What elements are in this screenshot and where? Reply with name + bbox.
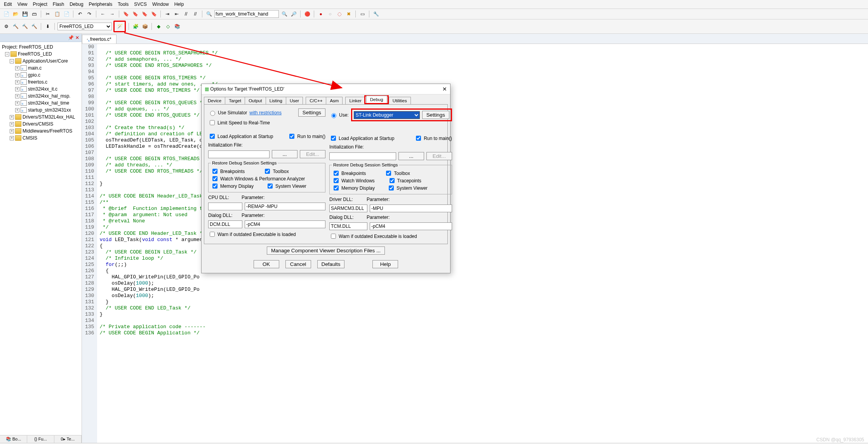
translate-icon[interactable]: ⚙ — [2, 23, 10, 30]
manage-rte-icon[interactable]: 🧩 — [132, 23, 139, 30]
sim-init-edit-button[interactable]: Edit... — [300, 150, 325, 158]
project-tree[interactable]: Project: FreeRTOS_LED −FreeRTOS_LED −App… — [0, 42, 82, 435]
sim-init-browse-button[interactable]: ... — [272, 150, 297, 158]
menu-view[interactable]: View — [17, 2, 28, 7]
tab-user[interactable]: User — [286, 97, 303, 104]
window-layout-icon[interactable]: ▭ — [358, 10, 366, 18]
sim-init-input[interactable] — [208, 150, 270, 158]
help-button[interactable]: Help — [372, 260, 398, 268]
menu-flash[interactable]: Flash — [53, 2, 64, 7]
tree-folder[interactable]: +Drivers/STM32L4xx_HAL — [1, 114, 81, 121]
use-simulator-radio[interactable]: Use Simulator — [208, 110, 247, 116]
save-icon[interactable]: 💾 — [21, 10, 29, 18]
sim-sv-check[interactable]: System Viewer — [266, 182, 306, 190]
indent-icon[interactable]: ⇥ — [164, 10, 171, 18]
tree-folder[interactable]: +Drivers/CMSIS — [1, 121, 81, 128]
pack-installer-icon[interactable]: ◆ — [155, 23, 162, 30]
nav-back-icon[interactable]: ← — [99, 10, 107, 18]
uncomment-icon[interactable]: // — [191, 10, 199, 18]
sim-ww-check[interactable]: Watch Windows & Performance Analyzer — [211, 175, 305, 182]
tree-file[interactable]: +stm32l4xx_hal_msp. — [1, 93, 81, 100]
menu-project[interactable]: Project — [33, 2, 47, 7]
sim-load-app-check[interactable]: Load Application at Startup — [208, 133, 273, 140]
dbg-dlg-param-input[interactable] — [370, 222, 452, 230]
nav-fwd-icon[interactable]: → — [108, 10, 116, 18]
dbg-init-edit-button[interactable]: Edit... — [426, 152, 452, 160]
pack-installer2-icon[interactable]: ◇ — [164, 23, 172, 30]
tree-folder[interactable]: +CMSIS — [1, 135, 81, 142]
tab-cpp[interactable]: C/C++ — [306, 97, 326, 104]
tab-utilities[interactable]: Utilities — [389, 97, 411, 104]
breakpoint-enable-icon[interactable]: ○ — [326, 10, 334, 18]
cpu-param-input[interactable] — [245, 203, 325, 210]
tree-folder[interactable]: +Middlewares/FreeRTOS — [1, 128, 81, 135]
bookmark-clear-icon[interactable]: 🔖 — [150, 10, 158, 18]
menu-edit[interactable]: Edit — [4, 2, 12, 7]
download-icon[interactable]: ⬇ — [44, 23, 52, 30]
with-restrictions-link[interactable]: with restrictions — [249, 110, 282, 115]
dbg-load-app-check[interactable]: Load Application at Startup — [329, 135, 394, 142]
tree-file[interactable]: +stm32l4xx_hal_time — [1, 100, 81, 107]
tab-output[interactable]: Output — [245, 97, 266, 104]
redo-icon[interactable]: ↷ — [85, 10, 93, 18]
tab-target[interactable]: Target — [225, 97, 245, 104]
configure-icon[interactable]: 🔧 — [372, 10, 380, 18]
undo-icon[interactable]: ↶ — [76, 10, 84, 18]
dbg-sv-check[interactable]: System Viewer — [387, 184, 428, 192]
rebuild-icon[interactable]: 🔨 — [21, 23, 29, 30]
tree-file[interactable]: +stm32l4xx_it.c — [1, 86, 81, 93]
bookmark-next-icon[interactable]: 🔖 — [141, 10, 148, 18]
menu-help[interactable]: Help — [174, 2, 184, 7]
outdent-icon[interactable]: ⇤ — [173, 10, 181, 18]
close-pane-icon[interactable]: ✕ — [75, 35, 79, 40]
tab-functions[interactable]: {} Fu... — [27, 435, 54, 443]
dbg-tp-check[interactable]: Tracepoints — [388, 177, 421, 184]
menu-peripherals[interactable]: Peripherals — [89, 2, 113, 7]
menu-svcs[interactable]: SVCS — [134, 2, 147, 7]
code-area[interactable]: 9091929394959697989910010110210310410510… — [82, 44, 868, 443]
bookmark-prev-icon[interactable]: 🔖 — [131, 10, 139, 18]
sim-bp-check[interactable]: Breakpoints — [211, 168, 245, 175]
dbg-tb-check[interactable]: Toolbox — [384, 170, 410, 177]
dbg-warn-check[interactable]: Warn if outdated Executable is loaded — [329, 232, 452, 240]
sim-mem-check[interactable]: Memory Display — [211, 182, 254, 190]
limit-speed-check[interactable]: Limit Speed to Real-Time — [208, 119, 325, 126]
tab-linker[interactable]: Linker — [345, 97, 365, 104]
tab-books[interactable]: 📚 Bo... — [0, 435, 27, 443]
build-icon[interactable]: 🔨 — [12, 23, 19, 30]
debugger-select[interactable]: ST-Link Debugger — [354, 111, 420, 119]
drv-param-input[interactable] — [370, 205, 452, 212]
cut-icon[interactable]: ✂ — [44, 10, 52, 18]
find-icon[interactable]: 🔍 — [280, 10, 288, 18]
close-icon[interactable]: ✕ — [442, 86, 447, 92]
dbg-init-input[interactable] — [329, 152, 396, 160]
open-icon[interactable]: 📂 — [12, 10, 19, 18]
menu-window[interactable]: Window — [152, 2, 169, 7]
batch-build-icon[interactable]: 🔨 — [30, 23, 38, 30]
use-debugger-radio[interactable]: Use: — [329, 112, 349, 118]
paste-icon[interactable]: 📄 — [63, 10, 70, 18]
menu-debug[interactable]: Debug — [70, 2, 83, 7]
pin-icon[interactable]: 📌 — [68, 35, 74, 40]
debugger-settings-button[interactable]: Settings — [422, 111, 449, 119]
symbol-find-input[interactable] — [214, 10, 279, 18]
sim-dlg-dll-input[interactable] — [208, 220, 242, 228]
breakpoint-insert-icon[interactable]: ● — [317, 10, 325, 18]
comment-icon[interactable]: // — [182, 10, 190, 18]
tab-templates[interactable]: 0▸ Te... — [54, 435, 82, 443]
sim-settings-button[interactable]: Settings — [298, 108, 325, 117]
find-scope-icon[interactable]: 🔍 — [205, 10, 213, 18]
defaults-button[interactable]: Defaults — [317, 260, 345, 268]
tree-file[interactable]: +startup_stm32l431xx — [1, 107, 81, 114]
dbg-bp-check[interactable]: Breakpoints — [332, 170, 366, 177]
options-for-target-icon[interactable]: 🪄 — [116, 23, 124, 30]
save-all-icon[interactable]: 🗃 — [30, 10, 38, 18]
dbg-init-browse-button[interactable]: ... — [398, 152, 424, 160]
cpu-dll-input[interactable] — [208, 203, 242, 210]
drv-dll-input[interactable] — [329, 205, 367, 212]
menu-tools[interactable]: Tools — [118, 2, 129, 7]
sim-tb-check[interactable]: Toolbox — [263, 168, 289, 175]
breakpoint-disable-icon[interactable]: ◌ — [336, 10, 343, 18]
books-icon[interactable]: 📚 — [173, 23, 181, 30]
sim-dlg-param-input[interactable] — [245, 220, 325, 228]
